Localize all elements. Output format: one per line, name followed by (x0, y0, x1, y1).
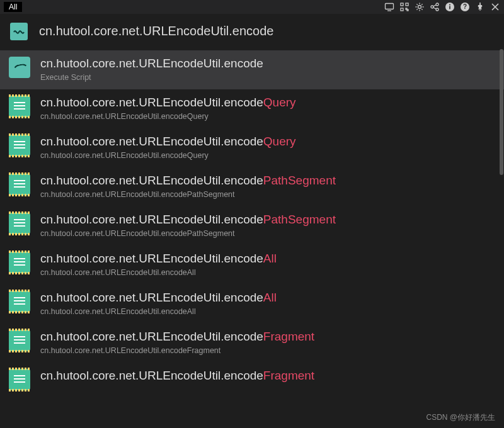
result-title-prefix: cn.hutool.core.net.URLEncodeUtil.encode (40, 290, 263, 306)
scrollbar-thumb[interactable] (500, 49, 503, 175)
result-item[interactable]: cn.hutool.core.net.URLEncodeUtil.encodeF… (0, 363, 504, 402)
result-title: cn.hutool.core.net.URLEncodeUtil.encodeA… (40, 251, 495, 267)
result-text: cn.hutool.core.net.URLEncodeUtil.encodeF… (40, 368, 495, 384)
result-text: cn.hutool.core.net.URLEncodeUtil.encodeQ… (40, 133, 495, 160)
result-title: cn.hutool.core.net.URLEncodeUtil.encodeA… (40, 290, 495, 306)
result-title: cn.hutool.core.net.URLEncodeUtil.encodeF… (40, 368, 495, 384)
svg-rect-11 (449, 6, 450, 9)
info-icon[interactable] (445, 2, 455, 12)
svg-point-12 (449, 4, 450, 6)
result-text: cn.hutool.core.net.URLEncodeUtil.encodeA… (40, 251, 495, 277)
result-text: cn.hutool.core.net.URLEncodeUtil.encodeP… (40, 211, 495, 238)
result-title-match: Query (263, 94, 296, 111)
result-title-match: PathSegment (263, 172, 336, 189)
snippet-icon (9, 174, 30, 195)
result-title-match: Fragment (263, 329, 314, 345)
result-title-match: All (263, 251, 277, 267)
svg-point-6 (418, 6, 421, 9)
result-subtitle: cn.hutool.core.net.URLEncodeUtil.encodeA… (40, 307, 495, 316)
search-input[interactable] (39, 24, 493, 38)
result-title: cn.hutool.core.net.URLEncodeUtil.encodeP… (40, 211, 495, 228)
search-row (0, 14, 504, 49)
topbar: All ? (0, 0, 504, 14)
tab-all[interactable]: All (4, 2, 22, 12)
snippet-icon (9, 135, 30, 156)
snippet-icon (9, 252, 30, 273)
svg-point-7 (431, 6, 433, 8)
tab-row: All (4, 2, 22, 12)
snippet-icon (9, 96, 30, 117)
svg-rect-0 (386, 4, 394, 9)
result-title: cn.hutool.core.net.URLEncodeUtil.encode (40, 55, 495, 72)
result-subtitle: cn.hutool.core.net.URLEncodeUtil.encodeF… (40, 346, 495, 355)
result-title-prefix: cn.hutool.core.net.URLEncodeUtil.encode (40, 211, 263, 228)
svg-rect-3 (401, 8, 403, 11)
svg-rect-5 (407, 9, 408, 11)
snippet-icon (9, 369, 30, 390)
result-title-prefix: cn.hutool.core.net.URLEncodeUtil.encode (40, 172, 263, 189)
qrcode-icon[interactable] (399, 2, 410, 12)
result-text: cn.hutool.core.net.URLEncodeUtil.encodeP… (40, 172, 495, 199)
help-icon[interactable]: ? (460, 2, 470, 12)
toolbar-icons: ? (384, 2, 500, 12)
result-title: cn.hutool.core.net.URLEncodeUtil.encodeP… (40, 172, 495, 189)
result-item[interactable]: cn.hutool.core.net.URLEncodeUtil.encodeQ… (0, 89, 504, 128)
result-item[interactable]: cn.hutool.core.net.URLEncodeUtil.encodeQ… (0, 128, 504, 167)
result-item[interactable]: cn.hutool.core.net.URLEncodeUtil.encodeA… (0, 284, 504, 324)
svg-text:?: ? (463, 3, 467, 10)
result-title-match: Query (263, 133, 296, 150)
result-item[interactable]: cn.hutool.core.net.URLEncodeUtil.encodeP… (0, 167, 504, 206)
result-subtitle: cn.hutool.core.net.URLEncodeUtil.encodeQ… (40, 151, 495, 160)
svg-rect-2 (406, 3, 408, 6)
close-icon[interactable] (490, 2, 500, 12)
svg-point-8 (436, 3, 438, 6)
svg-point-9 (436, 8, 438, 11)
pin-icon[interactable] (475, 2, 485, 12)
share-icon[interactable] (430, 2, 440, 12)
result-subtitle: cn.hutool.core.net.URLEncodeUtil.encodeQ… (40, 112, 495, 121)
result-subtitle: cn.hutool.core.net.URLEncodeUtil.encodeP… (40, 229, 495, 238)
result-subtitle: cn.hutool.core.net.URLEncodeUtil.encodeA… (40, 268, 495, 277)
result-title-prefix: cn.hutool.core.net.URLEncodeUtil.encode (40, 368, 263, 384)
snippet-icon (9, 291, 30, 312)
result-title: cn.hutool.core.net.URLEncodeUtil.encodeF… (40, 329, 495, 345)
snippet-icon (9, 330, 30, 351)
result-title-match: PathSegment (263, 211, 336, 228)
result-title: cn.hutool.core.net.URLEncodeUtil.encodeQ… (40, 94, 495, 111)
result-title-match: Fragment (263, 368, 314, 384)
script-icon (9, 57, 30, 78)
result-subtitle: Execute Script (40, 73, 495, 82)
result-text: cn.hutool.core.net.URLEncodeUtil.encodeE… (40, 55, 495, 82)
svg-rect-1 (401, 3, 403, 6)
result-title-prefix: cn.hutool.core.net.URLEncodeUtil.encode (40, 329, 263, 345)
result-title-prefix: cn.hutool.core.net.URLEncodeUtil.encode (40, 133, 263, 150)
result-title-prefix: cn.hutool.core.net.URLEncodeUtil.encode (40, 55, 263, 72)
result-text: cn.hutool.core.net.URLEncodeUtil.encodeF… (40, 329, 495, 355)
result-item[interactable]: cn.hutool.core.net.URLEncodeUtil.encodeF… (0, 324, 504, 363)
result-title-prefix: cn.hutool.core.net.URLEncodeUtil.encode (40, 94, 263, 111)
monitor-icon[interactable] (384, 2, 394, 12)
result-title-prefix: cn.hutool.core.net.URLEncodeUtil.encode (40, 251, 263, 267)
results-list[interactable]: cn.hutool.core.net.URLEncodeUtil.encodeE… (0, 49, 504, 428)
gear-icon[interactable] (415, 2, 425, 12)
result-title: cn.hutool.core.net.URLEncodeUtil.encodeQ… (40, 133, 495, 150)
result-item[interactable]: cn.hutool.core.net.URLEncodeUtil.encodeA… (0, 245, 504, 284)
result-text: cn.hutool.core.net.URLEncodeUtil.encodeQ… (40, 94, 495, 121)
snippet-icon (9, 213, 30, 234)
result-title-match: All (263, 290, 277, 306)
app-logo-icon (10, 23, 28, 40)
result-item[interactable]: cn.hutool.core.net.URLEncodeUtil.encodeP… (0, 206, 504, 245)
result-item[interactable]: cn.hutool.core.net.URLEncodeUtil.encodeE… (0, 50, 504, 89)
result-subtitle: cn.hutool.core.net.URLEncodeUtil.encodeP… (40, 190, 495, 199)
result-text: cn.hutool.core.net.URLEncodeUtil.encodeA… (40, 290, 495, 316)
